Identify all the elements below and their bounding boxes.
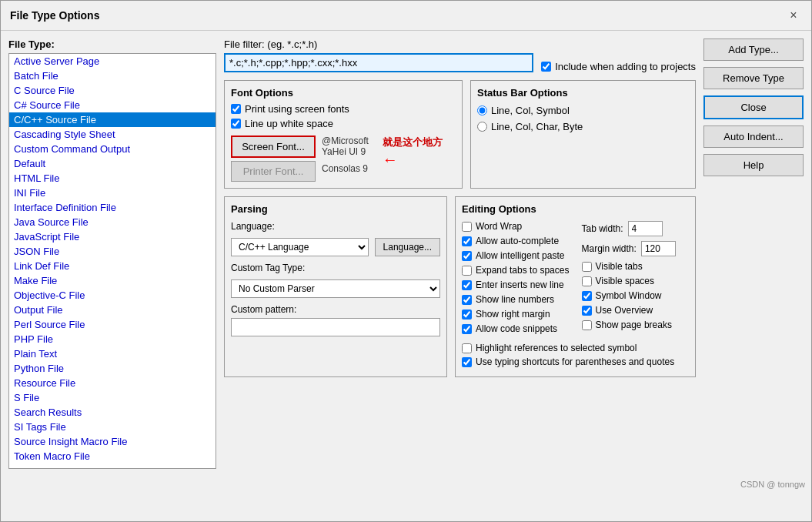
custom-pattern-label: Custom pattern: <box>231 304 440 315</box>
file-list-item[interactable]: Link Def File <box>9 259 216 273</box>
margin-width-input[interactable] <box>641 241 676 256</box>
help-button[interactable]: Help <box>703 154 804 176</box>
editing-option-checkbox[interactable] <box>462 280 472 290</box>
file-list-item[interactable]: C Source File <box>9 83 216 98</box>
editing-option-row: Allow code snippets <box>462 323 570 334</box>
file-list-item[interactable]: Batch File <box>9 69 216 83</box>
file-list-item[interactable]: Cascading Style Sheet <box>9 127 216 142</box>
line-up-white-space-label: Line up white space <box>245 118 333 129</box>
font-sample-3: Consolas 9 <box>322 163 369 174</box>
status-bar-label-1: Line, Col, Symbol <box>491 105 570 116</box>
editing-option-label: Visible tabs <box>596 261 643 272</box>
file-filter-input[interactable] <box>224 53 533 72</box>
file-list-item[interactable]: Output File <box>9 303 216 317</box>
language-row: Language: <box>231 221 440 232</box>
auto-indent-button[interactable]: Auto Indent... <box>703 125 804 148</box>
bottom-full-checkboxes: Highlight references to selected symbolU… <box>462 343 689 367</box>
editing-option-label: Allow code snippets <box>476 323 557 334</box>
font-sample-2: YaHei UI 9 <box>322 146 369 157</box>
file-type-list: Active Server PageBatch FileC Source Fil… <box>9 54 216 463</box>
print-screen-fonts-label: Print using screen fonts <box>245 103 349 115</box>
title-close-button[interactable]: × <box>785 7 802 24</box>
file-list-item[interactable]: S File <box>9 390 216 405</box>
editing-option-checkbox[interactable] <box>462 310 472 320</box>
editing-option-checkbox[interactable] <box>462 251 472 261</box>
bottom-row: Parsing Language: C/C++ Language Languag… <box>224 196 696 377</box>
status-bar-radio-2[interactable] <box>477 122 487 132</box>
file-list-item[interactable]: Java Source File <box>9 215 216 229</box>
editing-option-checkbox[interactable] <box>462 324 472 334</box>
language-button[interactable]: Language... <box>375 238 440 256</box>
file-list-item[interactable]: Source Insight Macro File <box>9 434 216 449</box>
editing-option-row: Show page breaks <box>582 320 690 330</box>
editing-bottom-option-checkbox[interactable] <box>462 357 472 367</box>
font-samples: @Microsoft YaHei UI 9 Consolas 9 <box>322 136 369 174</box>
status-bar-label-2: Line, Col, Char, Byte <box>491 121 583 132</box>
file-list-item[interactable]: C/C++ Source File <box>9 112 216 127</box>
print-screen-fonts-checkbox[interactable] <box>231 104 241 114</box>
file-list-item[interactable]: HTML File <box>9 171 216 186</box>
status-bar-options-box: Status Bar Options Line, Col, Symbol Lin… <box>470 80 696 189</box>
include-projects-checkbox[interactable] <box>541 62 551 72</box>
editing-bottom-option-checkbox[interactable] <box>462 343 472 353</box>
file-list-item[interactable]: SI Tags File <box>9 420 216 434</box>
custom-tag-label: Custom Tag Type: <box>231 263 305 273</box>
custom-tag-select-row: No Custom Parser <box>231 279 440 298</box>
printer-font-button[interactable]: Printer Font... <box>231 161 316 182</box>
file-list-item[interactable]: Plain Text <box>9 346 216 361</box>
language-dropdown[interactable]: C/C++ Language <box>231 238 369 256</box>
editing-option-checkbox[interactable] <box>462 295 472 305</box>
watermark: CSDN @ tonngw <box>1 477 811 492</box>
file-list-item[interactable]: Interface Definition File <box>9 200 216 215</box>
custom-tag-dropdown[interactable]: No Custom Parser <box>231 279 440 298</box>
editing-option-row: Show line numbers <box>462 294 570 305</box>
font-display-area: Screen Font... Printer Font... @Microsof… <box>231 136 456 182</box>
font-sample-1: @Microsoft <box>322 136 369 146</box>
editing-option-checkbox[interactable] <box>582 291 592 301</box>
file-list-item[interactable]: PHP File <box>9 332 216 346</box>
remove-type-button[interactable]: Remove Type <box>703 67 804 89</box>
dialog-title: File Type Options <box>10 9 99 22</box>
editing-option-checkbox[interactable] <box>462 236 472 246</box>
custom-tag-label-row: Custom Tag Type: <box>231 263 440 273</box>
file-list-item[interactable]: C# Source File <box>9 98 216 112</box>
file-list-item[interactable]: Perl Source File <box>9 317 216 332</box>
file-list-item[interactable]: JSON File <box>9 244 216 259</box>
screen-font-button[interactable]: Screen Font... <box>231 136 316 158</box>
status-bar-radio-1[interactable] <box>477 105 487 115</box>
editing-bottom-option-label: Highlight references to selected symbol <box>476 343 637 353</box>
file-list-item[interactable]: Resource File <box>9 376 216 390</box>
editing-options-section: Editing Options Word WrapAllow auto-comp… <box>455 196 696 377</box>
editing-option-checkbox[interactable] <box>462 266 472 276</box>
file-list-item[interactable]: Default <box>9 156 216 171</box>
add-type-button[interactable]: Add Type... <box>703 38 804 61</box>
file-list-item[interactable]: INI File <box>9 186 216 200</box>
file-list-item[interactable]: Make File <box>9 273 216 288</box>
middle-section: Font Options Print using screen fonts Li… <box>224 80 696 189</box>
close-button[interactable]: Close <box>703 95 804 119</box>
tab-width-label: Tab width: <box>582 223 623 234</box>
editing-option-checkbox[interactable] <box>582 262 592 272</box>
editing-option-row: Allow intelligent paste <box>462 250 570 261</box>
editing-option-checkbox[interactable] <box>582 306 592 316</box>
file-list-item[interactable]: Python File <box>9 361 216 376</box>
line-up-white-space-row: Line up white space <box>231 118 456 129</box>
font-options-box: Font Options Print using screen fonts Li… <box>224 80 463 189</box>
file-list-item[interactable]: Objective-C File <box>9 288 216 303</box>
line-up-white-space-checkbox[interactable] <box>231 119 241 129</box>
editing-option-checkbox[interactable] <box>582 276 592 286</box>
main-panel: File filter: (eg. *.c;*.h) Include when … <box>224 38 696 469</box>
editing-option-checkbox[interactable] <box>582 320 592 330</box>
tab-width-input[interactable] <box>628 221 663 236</box>
file-list-item[interactable]: JavaScript File <box>9 229 216 244</box>
custom-pattern-input[interactable] <box>231 318 440 336</box>
editing-option-label: Symbol Window <box>596 290 662 301</box>
file-type-options-dialog: File Type Options × File Type: Active Se… <box>0 0 812 522</box>
file-list-item[interactable]: Custom Command Output <box>9 142 216 156</box>
language-label: Language: <box>231 221 275 232</box>
editing-option-checkbox[interactable] <box>462 222 472 232</box>
parsing-section: Parsing Language: C/C++ Language Languag… <box>224 196 447 377</box>
file-list-item[interactable]: Search Results <box>9 405 216 420</box>
file-list-item[interactable]: Active Server Page <box>9 54 216 69</box>
file-list-item[interactable]: Token Macro File <box>9 449 216 463</box>
